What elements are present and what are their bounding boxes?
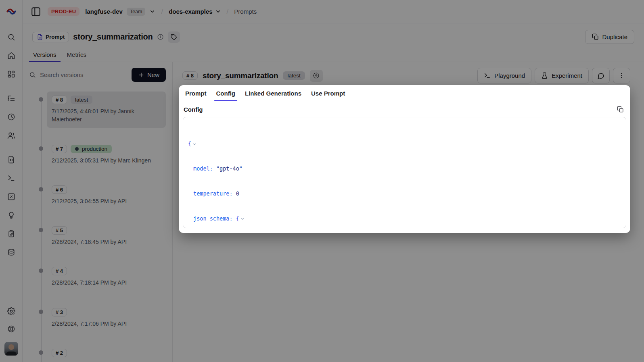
json-key: temperature:	[193, 189, 233, 198]
tab-linked-generations[interactable]: Linked Generations	[242, 86, 305, 101]
collapse-chevron-icon[interactable]	[240, 217, 245, 221]
json-key: json_schema: {	[193, 214, 239, 223]
json-value: 0	[233, 189, 239, 198]
json-value: "gpt-4o"	[213, 164, 243, 173]
prompt-detail-sheet: Prompt Config Linked Generations Use Pro…	[179, 85, 630, 233]
sheet-tabs: Prompt Config Linked Generations Use Pro…	[179, 85, 630, 101]
config-json-viewer[interactable]: { model: "gpt-4o" temperature: 0 json_sc…	[183, 117, 626, 228]
json-key: model:	[193, 164, 213, 173]
json-brace: {	[188, 139, 191, 148]
config-section-title: Config	[184, 106, 203, 113]
tab-use-prompt[interactable]: Use Prompt	[308, 86, 348, 101]
tab-config[interactable]: Config	[213, 86, 238, 101]
collapse-chevron-icon[interactable]	[192, 142, 197, 146]
copy-config-icon[interactable]	[617, 106, 624, 113]
config-section-header: Config	[179, 101, 630, 116]
tab-prompt[interactable]: Prompt	[182, 86, 210, 101]
